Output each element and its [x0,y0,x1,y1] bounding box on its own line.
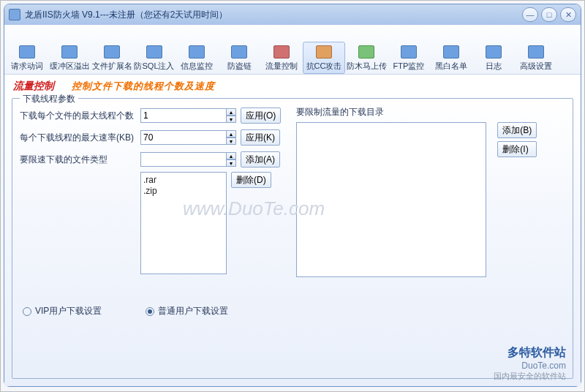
toolbar-btn-12[interactable]: 高级设置 [515,42,557,74]
toolbar-label: 防盗链 [227,61,252,72]
toolbar-icon [358,45,374,59]
right-column: 要限制流量的下载目录 添加(B) 删除(I) [296,106,565,289]
footer-line1: 多特软件站 [494,345,566,361]
directory-list[interactable] [296,122,486,277]
toolbar-btn-5[interactable]: 防盗链 [218,42,260,74]
spin-down[interactable]: ▼ [226,116,236,123]
toolbar-label: 黑白名单 [435,61,467,72]
delete-filetype-button[interactable]: 删除(D) [231,172,271,188]
toolbar-btn-1[interactable]: 缓冲区溢出 [48,42,91,74]
toolbar-label: 日志 [486,61,502,72]
section-title: 流量控制 [13,80,54,93]
footer-line2: DuoTe.com [494,361,566,371]
filetype-list[interactable]: .rar.zip [140,172,227,274]
toolbar-label: 信息监控 [181,61,213,72]
toolbar-label: 流量控制 [265,61,298,72]
toolbar-icon [273,45,290,59]
max-threads-label: 下载每个文件的最大线程个数 [20,110,140,122]
filetype-input[interactable] [140,152,227,167]
download-thread-group: 下载线程参数 下载每个文件的最大线程个数 ▲ ▼ [12,98,573,379]
toolbar-label: 高级设置 [520,61,552,72]
toolbar-icon [316,45,332,59]
add-dir-button[interactable]: 添加(B) [497,122,537,138]
toolbar-btn-6[interactable]: 流量控制 [260,42,303,74]
dir-label: 要限制流量的下载目录 [296,106,565,119]
vip-radio-label: VIP用户下载设置 [35,305,102,317]
close-button[interactable]: ✕ [560,7,576,22]
toolbar-btn-2[interactable]: 文件扩展名 [91,42,133,74]
app-icon [9,9,20,20]
max-rate-label: 每个下载线程的最大速率(KB) [20,132,140,144]
max-threads-input[interactable] [140,108,227,123]
list-item[interactable]: .rar [143,175,224,186]
apply-threads-button[interactable]: 应用(O) [241,108,281,124]
spin-up[interactable]: ▲ [226,130,236,137]
toolbar: 请求动词缓冲区溢出文件扩展名防SQL注入信息监控防盗链流量控制抗CC攻击防木马上… [4,25,581,75]
toolbar-btn-0[interactable]: 请求动词 [6,42,48,74]
normal-radio[interactable]: 普通用户下载设置 [146,305,228,317]
window-title: 龙盾IIS防火墙 V9.1---未注册（您还有2天试用时间） [25,9,522,21]
spin-up[interactable]: ▲ [226,108,236,116]
toolbar-icon [189,45,205,59]
toolbar-btn-8[interactable]: 防木马上传 [345,42,388,74]
apply-rate-button[interactable]: 应用(K) [241,129,280,146]
left-column: 下载每个文件的最大线程个数 ▲ ▼ 应用(O) 每个下载 [20,106,283,289]
titlebar: 龙盾IIS防火墙 V9.1---未注册（您还有2天试用时间） — □ ✕ [4,4,581,25]
filetype-label: 要限速下载的文件类型 [20,154,140,166]
toolbar-icon [104,45,120,59]
spin-up[interactable]: ▲ [226,152,236,159]
minimize-button[interactable]: — [522,7,538,22]
toolbar-label: 防木马上传 [347,61,387,72]
toolbar-btn-3[interactable]: 防SQL注入 [133,42,176,74]
toolbar-btn-9[interactable]: FTP监控 [388,42,430,74]
maximize-button[interactable]: □ [541,7,557,22]
group-legend: 下载线程参数 [20,93,78,105]
subtitle-bar: 流量控制 控制文件下载的线程个数及速度 [4,75,581,98]
toolbar-label: 文件扩展名 [92,61,132,72]
toolbar-label: 抗CC攻击 [306,61,342,72]
radio-icon [146,307,154,316]
toolbar-icon [61,45,78,59]
footer: 多特软件站 DuoTe.com 国内最安全的软件站 [494,345,566,382]
toolbar-btn-11[interactable]: 日志 [472,42,515,74]
add-filetype-button[interactable]: 添加(A) [241,151,280,167]
toolbar-btn-7[interactable]: 抗CC攻击 [303,42,345,74]
toolbar-icon [231,45,247,59]
toolbar-icon [19,45,35,59]
spin-down[interactable]: ▼ [226,159,236,167]
toolbar-label: 缓冲区溢出 [50,61,90,72]
toolbar-icon [486,45,502,59]
toolbar-label: FTP监控 [393,61,425,72]
max-rate-input[interactable] [140,130,227,145]
list-item[interactable]: .zip [143,186,224,197]
vip-radio[interactable]: VIP用户下载设置 [23,305,102,317]
toolbar-label: 请求动词 [11,61,43,72]
toolbar-icon [528,45,544,59]
spin-down[interactable]: ▼ [226,137,236,145]
toolbar-btn-10[interactable]: 黑白名单 [430,42,472,74]
toolbar-btn-4[interactable]: 信息监控 [176,42,218,74]
footer-line3: 国内最安全的软件站 [494,371,566,382]
toolbar-label: 防SQL注入 [134,61,174,72]
delete-dir-button[interactable]: 删除(I) [497,141,537,157]
toolbar-icon [401,45,417,59]
radio-icon [23,307,31,316]
toolbar-icon [443,45,459,59]
toolbar-icon [146,45,162,59]
normal-radio-label: 普通用户下载设置 [158,305,228,317]
section-desc: 控制文件下载的线程个数及速度 [72,80,215,93]
